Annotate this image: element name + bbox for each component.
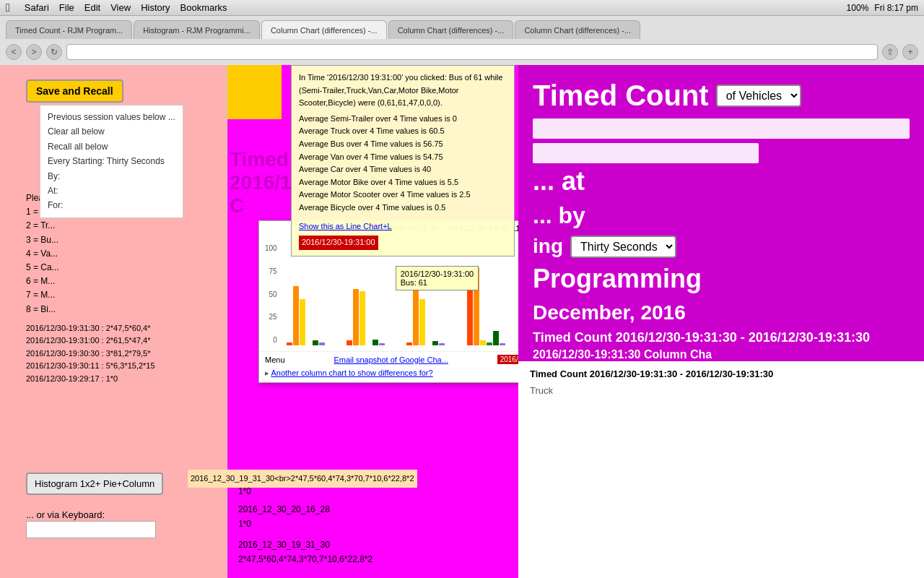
list-item-6: 6 = M... <box>26 275 155 288</box>
data-row-2: 2016/12/30-19:31:00 : 2*61,5*47,4* <box>26 335 155 348</box>
bar-van-4 <box>480 340 486 345</box>
tooltip-avg-0: Average Semi-Trailer over 4 Time values … <box>299 113 507 126</box>
data-val-2: 1*0 <box>238 517 372 531</box>
rp-title-big: Timed Count <box>533 79 709 111</box>
tooltip-avg-5: Average Motor Bike over 4 Time values is… <box>299 176 507 189</box>
bar-group-1 <box>280 286 339 345</box>
bar-bus-1 <box>293 286 299 345</box>
menu-edit[interactable]: Edit <box>84 2 100 13</box>
chart-tooltip-label: Bus: 61 <box>401 278 474 287</box>
rp-by: ... by <box>518 199 924 232</box>
yellow-block <box>227 65 282 119</box>
tab-histogram[interactable]: Histogram - RJM Programmi... <box>134 20 260 39</box>
bar-mbike-3 <box>432 341 438 345</box>
recall-by: By: <box>48 169 175 184</box>
rp-ing-row: ing Thirty Seconds One Minute Five Minut… <box>518 232 924 261</box>
recall-every: Every Starting: Thirty Seconds <box>48 154 175 168</box>
y-0: 0 <box>265 336 277 344</box>
recall-clear[interactable]: Clear all below <box>48 124 175 139</box>
histogram-button[interactable]: Histogram 1x2+ Pie+Column <box>26 473 163 495</box>
data-row-3: 2016/12/30-19:30:30 : 3*81,2*79,5* <box>26 348 155 361</box>
chart-menu[interactable]: Menu <box>265 355 285 364</box>
rp-bottom: Timed Count 2016/12/30-19:31:30 - 2016/1… <box>518 361 924 578</box>
bar-bus-2 <box>353 289 359 345</box>
browser-chrome: Timed Count - RJM Program... Histogram -… <box>0 16 924 66</box>
y-50: 50 <box>265 290 277 298</box>
chart-tooltip: 2016/12/30-19:31:00 Bus: 61 <box>396 266 479 290</box>
tooltip-avg-6: Average Motor Scooter over 4 Time values… <box>299 189 507 202</box>
bar-van-2 <box>359 291 365 345</box>
tooltip-avg-1: Average Truck over 4 Time values is 60.5 <box>299 125 507 138</box>
bar-bus-3 <box>413 285 419 345</box>
bar-mscoot-1 <box>319 342 325 345</box>
bar-van-3 <box>419 299 425 345</box>
rp-header: Timed Count of Vehicles of Cars of Truck… <box>518 65 924 118</box>
list-item-8: 8 = Bi... <box>26 303 155 316</box>
data-row-1: 2016/12/30-19:31:30 : 2*47,5*60,4* <box>26 322 155 335</box>
list-item-3: 3 = Bu... <box>26 233 155 247</box>
list-item-5: 5 = Ca... <box>26 261 155 275</box>
save-recall-button[interactable]: Save and Recall <box>26 79 123 103</box>
menu-file[interactable]: File <box>59 2 74 13</box>
rp-at: ... at <box>518 163 924 199</box>
y-75: 75 <box>265 267 277 275</box>
recall-all[interactable]: Recall all below <box>48 139 175 154</box>
data-tooltip-bar: 2016_12_30_19_31_30<br>2*47,5*60,4*74,3*… <box>188 470 417 488</box>
bar-mscoot-2 <box>379 343 385 345</box>
keyboard-input[interactable] <box>26 521 156 538</box>
sidebar-list: Please ... 1 = Se... 2 = Tr... 3 = Bu...… <box>26 191 155 386</box>
chart-timestamp: 2016/12/30-19:31:00 <box>497 355 518 364</box>
rp-subtitle: 2016/12/30-19:31:30 Column Cha <box>518 347 924 363</box>
rp-big-title: Timed Count 2016/12/30-19:31:30 - 2016/1… <box>518 329 924 347</box>
list-item-2: 2 = Tr... <box>26 219 155 233</box>
battery-indicator: 100% <box>847 3 869 13</box>
white-bar-2 <box>533 143 759 163</box>
menubar:  Safari File Edit View History Bookmark… <box>0 0 924 16</box>
menubar-left:  Safari File Edit View History Bookmark… <box>6 1 227 14</box>
tab-column-chart-2[interactable]: Column Chart (differences) -... <box>388 20 514 39</box>
tooltip-timestamp: 2016/12/30-19:31:00 <box>299 236 378 250</box>
recall-at: At: <box>48 184 175 198</box>
rp-ing-text: ing <box>533 235 563 258</box>
data-row-4: 2016/12/30-19:30:11 : 5*6,3*15,2*15 <box>26 360 155 373</box>
tooltip-box: In Time '2016/12/30 19:31:00' you clicke… <box>291 65 515 256</box>
back-button[interactable]: < <box>6 44 22 60</box>
list-item-7: 7 = M... <box>26 288 155 302</box>
menu-safari[interactable]: Safari <box>25 2 49 13</box>
bar-mbike-4 <box>493 331 499 345</box>
data-date-3: 2016_12_30_19_31_30 <box>238 538 372 552</box>
chart-footer: Menu Email snapshot of Google Cha... 201… <box>259 351 518 367</box>
forward-button[interactable]: > <box>26 44 42 60</box>
show-line-chart-link[interactable]: Show this as Line Chart+L <box>299 219 507 235</box>
chart-another-link: ▸ Another column chart to show differenc… <box>259 367 518 382</box>
left-panel: Save and Recall Previous session values … <box>0 65 518 578</box>
bar-mbike-2 <box>372 340 378 345</box>
menu-bookmarks[interactable]: Bookmarks <box>180 2 227 13</box>
time-select[interactable]: Thirty Seconds One Minute Five Minutes <box>570 236 676 258</box>
refresh-button[interactable]: ↻ <box>46 44 62 60</box>
rp-white-bars <box>533 118 910 163</box>
url-bar[interactable] <box>66 44 878 60</box>
keyboard-label: ... or via Keyboard: <box>26 509 105 520</box>
tab-column-chart-1[interactable]: Column Chart (differences) -... <box>261 20 387 39</box>
apple-icon:  <box>6 1 10 14</box>
tooltip-click-info: In Time '2016/12/30 19:31:00' you clicke… <box>299 72 507 110</box>
vehicle-select[interactable]: of Vehicles of Cars of Trucks of Buses <box>716 85 801 107</box>
menubar-right: 100% Fri 8:17 pm <box>847 3 918 13</box>
rp-bottom-title: Timed Count 2016/12/30-19:31:30 - 2016/1… <box>530 368 912 379</box>
chart-email-link[interactable]: Email snapshot of Google Cha... <box>334 355 448 364</box>
share-button[interactable]: ⇧ <box>882 44 898 60</box>
recall-previous[interactable]: Previous session values below ... <box>48 110 175 124</box>
data-date-2: 2016_12_30_20_16_28 <box>238 502 372 517</box>
another-column-chart-link[interactable]: Another column chart to show differences… <box>271 368 432 377</box>
bookmark-button[interactable]: + <box>902 44 918 60</box>
tab-column-chart-3[interactable]: Column Chart (differences) -... <box>515 20 640 39</box>
tab-timed-count[interactable]: Timed Count - RJM Program... <box>6 20 132 39</box>
menu-history[interactable]: History <box>141 2 170 13</box>
truck-label: Truck <box>530 385 912 396</box>
list-item-4: 4 = Va... <box>26 247 155 261</box>
bar-van-1 <box>300 299 305 345</box>
chart-tooltip-time: 2016/12/30-19:31:00 <box>401 269 474 278</box>
menu-view[interactable]: View <box>110 2 131 13</box>
bar-mscoot-4 <box>500 343 505 345</box>
